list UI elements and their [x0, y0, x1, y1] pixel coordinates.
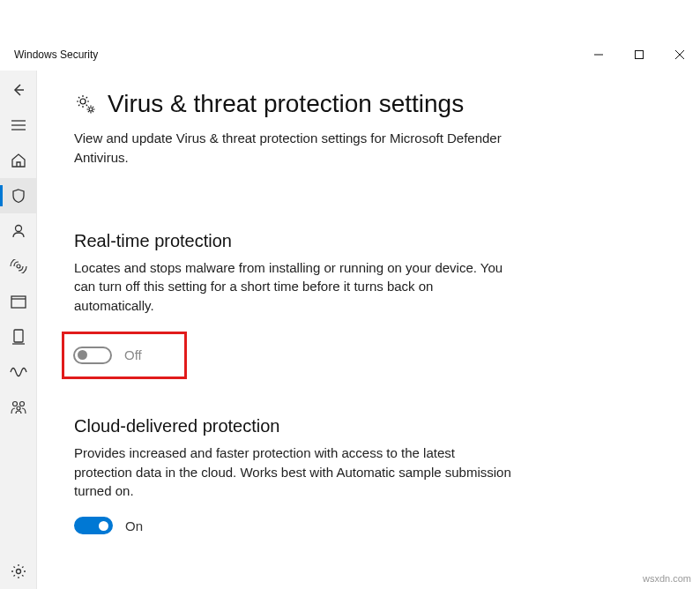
sidebar-item-device-performance[interactable]: [0, 354, 37, 390]
cloud-protection-description: Provides increased and faster protection…: [74, 444, 515, 501]
sidebar-item-account[interactable]: [0, 213, 37, 249]
settings-gear-icon: [74, 93, 97, 116]
menu-button[interactable]: [0, 108, 37, 143]
svg-point-14: [12, 402, 17, 406]
svg-rect-10: [11, 296, 26, 308]
realtime-protection-title: Real-time protection: [74, 231, 665, 251]
cloud-protection-toggle[interactable]: [74, 517, 113, 534]
realtime-protection-toggle[interactable]: [73, 347, 112, 364]
sidebar-item-device-security[interactable]: [0, 319, 37, 354]
svg-point-18: [80, 99, 86, 104]
svg-point-8: [15, 226, 21, 232]
sidebar-item-virus-threat[interactable]: [0, 178, 37, 213]
page-description: View and update Virus & threat protectio…: [74, 129, 515, 168]
svg-point-17: [16, 570, 20, 574]
cloud-toggle-label: On: [125, 518, 143, 533]
sidebar-item-settings[interactable]: [0, 554, 37, 589]
svg-rect-12: [14, 330, 23, 342]
svg-point-16: [17, 406, 20, 410]
page-title: Virus & threat protection settings: [108, 90, 464, 118]
sidebar: [0, 71, 37, 589]
back-button[interactable]: [0, 72, 37, 108]
realtime-protection-description: Locates and stops malware from installin…: [74, 258, 515, 316]
main-content: Virus & threat protection settings View …: [37, 71, 700, 589]
window-title: Windows Security: [14, 48, 98, 61]
svg-rect-1: [636, 51, 644, 59]
sidebar-item-firewall[interactable]: [0, 249, 37, 284]
close-button[interactable]: [659, 39, 700, 71]
maximize-button[interactable]: [619, 39, 659, 71]
sidebar-item-home[interactable]: [0, 143, 37, 178]
svg-point-15: [19, 402, 24, 406]
minimize-button[interactable]: [578, 39, 619, 71]
realtime-toggle-highlight: Off: [62, 332, 187, 379]
realtime-toggle-label: Off: [124, 347, 142, 362]
svg-point-9: [17, 265, 20, 268]
svg-point-19: [89, 108, 93, 111]
cloud-protection-title: Cloud-delivered protection: [74, 416, 665, 436]
watermark: wsxdn.com: [643, 573, 691, 584]
sidebar-item-family[interactable]: [0, 390, 37, 425]
sidebar-item-app-browser[interactable]: [0, 284, 37, 319]
